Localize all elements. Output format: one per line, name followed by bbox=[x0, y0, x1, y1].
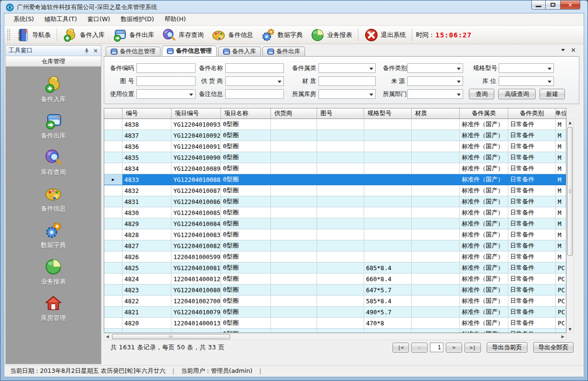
tab-parts-info-mgmt-2[interactable]: 备件信息管理 bbox=[162, 46, 217, 56]
parts-attribute-select[interactable] bbox=[318, 63, 376, 73]
tab-parts-inbound[interactable]: 备件入库 bbox=[218, 47, 261, 56]
table-row[interactable]: 4832YG122040100870型圈标准件（国产）日常备件M bbox=[104, 185, 566, 196]
title-bar[interactable]: 广州爱奇迪软件科技有限公司-深田之星仓库管理系统 ✕ bbox=[4, 0, 584, 13]
toolbar-button-parts-outbound[interactable]: 备件出库 bbox=[109, 27, 158, 43]
last-page-button[interactable]: >| bbox=[465, 343, 481, 353]
minimize-button[interactable] bbox=[531, 0, 546, 10]
menu-item-system[interactable]: 系统(S) bbox=[8, 14, 39, 25]
table-header-cell[interactable]: 备件类别 bbox=[508, 108, 556, 119]
prev-page-button[interactable]: < bbox=[411, 343, 428, 353]
toolbar-button-parts-info[interactable]: 备件信息 bbox=[208, 27, 257, 43]
toolbar-button-nav-bar[interactable]: 导航条 bbox=[12, 27, 55, 43]
row-selector-cell[interactable] bbox=[104, 318, 122, 329]
export-current-page-button[interactable]: 导出当前页 bbox=[487, 342, 527, 353]
table-header-cell[interactable]: 材质 bbox=[412, 108, 460, 119]
menu-item-aux-tools[interactable]: 辅助工具(T) bbox=[39, 14, 82, 25]
menu-item-window[interactable]: 窗口(W) bbox=[82, 14, 115, 25]
sidebar-item-warehouse-mgmt[interactable]: 库房管理 bbox=[6, 293, 101, 323]
tool-window-close-icon[interactable]: ✕ bbox=[93, 48, 98, 54]
scroll-left-icon[interactable]: ◀ bbox=[104, 333, 110, 340]
maximize-button[interactable] bbox=[546, 0, 560, 10]
table-row[interactable]: 4825YG122040100810型圈685*8.4标准件（国产）日常备件PC bbox=[104, 262, 566, 274]
menu-item-data-maintain[interactable]: 数据维护(D) bbox=[115, 14, 159, 25]
row-selector-cell[interactable] bbox=[104, 262, 122, 274]
warehouse-select[interactable] bbox=[318, 89, 376, 99]
table-row[interactable]: 4827YG122040100820型圈标准件（国产）日常备件M bbox=[104, 240, 566, 251]
row-selector-cell[interactable] bbox=[104, 329, 122, 333]
department-select[interactable] bbox=[407, 89, 463, 99]
parts-category-select[interactable] bbox=[407, 63, 463, 73]
query-button[interactable]: 查询 bbox=[469, 89, 494, 99]
row-selector-cell[interactable] bbox=[104, 285, 122, 296]
parts-code-input[interactable] bbox=[136, 63, 196, 73]
parts-name-input[interactable] bbox=[225, 63, 284, 73]
table-row[interactable]: 482412204014000120型圈660*8.4标准件（国产）日常备件PC bbox=[104, 274, 566, 285]
location-select[interactable] bbox=[499, 76, 554, 86]
advanced-query-button[interactable]: 高级查询 bbox=[498, 89, 536, 99]
table-header-cell[interactable]: 单位 bbox=[556, 108, 566, 119]
table-row[interactable]: 0型圈标准件（国产）日常备件 bbox=[104, 329, 566, 333]
menu-item-help[interactable]: 帮助(H) bbox=[159, 14, 191, 25]
close-button[interactable]: ✕ bbox=[560, 0, 580, 10]
table-header-cell[interactable]: 供货商 bbox=[271, 108, 317, 119]
source-select[interactable] bbox=[407, 76, 463, 86]
scroll-down-icon[interactable]: ▼ bbox=[567, 326, 573, 333]
table-header-cell[interactable]: 规格型号 bbox=[364, 108, 412, 119]
sidebar-item-parts-inbound[interactable]: 备件入库 bbox=[6, 74, 101, 105]
page-number-input[interactable] bbox=[430, 343, 443, 352]
chevron-down-icon[interactable] bbox=[561, 49, 565, 53]
row-selector-cell[interactable] bbox=[104, 240, 122, 251]
table-row[interactable]: 4829YG122040100840型圈标准件（国产）日常备件M bbox=[104, 218, 566, 229]
sidebar-item-data-dict[interactable]: 数据字典 bbox=[6, 220, 101, 250]
table-row[interactable]: 482012204014000130型圈470*8标准件（国产）日常备件PC bbox=[104, 318, 566, 329]
scroll-right-icon[interactable]: ▶ bbox=[560, 333, 566, 340]
toolbar-grip-handle[interactable] bbox=[7, 29, 10, 41]
table-row[interactable]: 4834YG122040100890型圈标准件（国产）日常备件M bbox=[104, 163, 566, 174]
table-row[interactable]: 4838YG122040100930型圈标准件（国产）日常备件M bbox=[104, 119, 566, 130]
row-selector-cell[interactable] bbox=[104, 185, 122, 196]
next-page-button[interactable]: > bbox=[446, 343, 462, 353]
row-selector-cell[interactable] bbox=[104, 274, 122, 285]
table-row[interactable]: 482612204010005990型圈标准件（国产）日常备件M bbox=[104, 251, 566, 262]
toolbar-button-parts-inbound[interactable]: 备件入库 bbox=[59, 27, 109, 43]
usage-position-select[interactable] bbox=[136, 89, 196, 99]
tab-parts-outbound[interactable]: 备件出库 bbox=[262, 47, 305, 56]
row-selector-cell[interactable] bbox=[104, 130, 122, 141]
row-selector-cell[interactable] bbox=[104, 207, 122, 218]
table-row[interactable]: 4835YG122040100900型圈标准件（国产）日常备件M bbox=[104, 152, 566, 163]
table-row[interactable]: 4830YG122040100850型圈标准件（国产）日常备件M bbox=[104, 207, 566, 218]
row-selector-cell[interactable] bbox=[104, 163, 122, 174]
table-row[interactable]: ▶4833YG122040100880型圈标准件（国产）日常备件M bbox=[104, 174, 566, 185]
row-selector-cell[interactable] bbox=[104, 296, 122, 307]
table-row[interactable]: 482212204010027000型圈585*8.4标准件（国产）日常备件PC bbox=[104, 296, 566, 307]
row-selector-cell[interactable] bbox=[104, 196, 122, 207]
table-row[interactable]: 4821YG122040100790型圈490*5.7标准件（国产）日常备件PC bbox=[104, 307, 566, 318]
supplier-select[interactable] bbox=[225, 76, 284, 86]
spec-model-select[interactable] bbox=[499, 63, 554, 73]
table-header-cell[interactable]: 图号 bbox=[317, 108, 364, 119]
row-selector-cell[interactable] bbox=[104, 229, 122, 240]
toolbar-button-business-report[interactable]: 业务报表 bbox=[306, 27, 356, 43]
row-selector-cell[interactable] bbox=[104, 141, 122, 152]
first-page-button[interactable]: |< bbox=[392, 343, 409, 353]
table-row[interactable]: 4837YG122040100920型圈标准件（国产）日常备件M bbox=[104, 130, 566, 141]
horizontal-scroll-thumb[interactable] bbox=[112, 334, 230, 339]
horizontal-scrollbar[interactable]: ◀ ▶ bbox=[104, 333, 566, 340]
table-header-cell[interactable]: 项目编号 bbox=[172, 108, 221, 119]
row-selector-cell[interactable] bbox=[104, 152, 122, 163]
vertical-scroll-thumb[interactable] bbox=[567, 127, 573, 256]
toolbar-button-stock-query[interactable]: 库存查询 bbox=[158, 27, 208, 43]
table-row[interactable]: 4828YG122040100830型圈标准件（国产）日常备件M bbox=[104, 229, 566, 240]
row-selector-cell[interactable] bbox=[104, 307, 122, 318]
table-row[interactable]: 4823YG122040100800型圈647*5.7标准件（国产）日常备件PC bbox=[104, 285, 566, 296]
table-header-cell[interactable]: 编号 bbox=[122, 108, 172, 119]
toolbar-button-data-dict[interactable]: 数据字典 bbox=[257, 27, 306, 43]
drawing-no-input[interactable] bbox=[136, 76, 196, 86]
pin-icon[interactable] bbox=[84, 48, 89, 54]
table-header-cell[interactable]: 备件属类 bbox=[460, 108, 508, 119]
new-button[interactable]: 新建 bbox=[539, 89, 565, 99]
material-input[interactable] bbox=[318, 76, 376, 86]
table-row[interactable]: 4836YG122040100910型圈标准件（国产）日常备件M bbox=[104, 141, 566, 152]
export-all-pages-button[interactable]: 导出全部页 bbox=[533, 342, 574, 353]
row-selector-cell[interactable] bbox=[104, 218, 122, 229]
